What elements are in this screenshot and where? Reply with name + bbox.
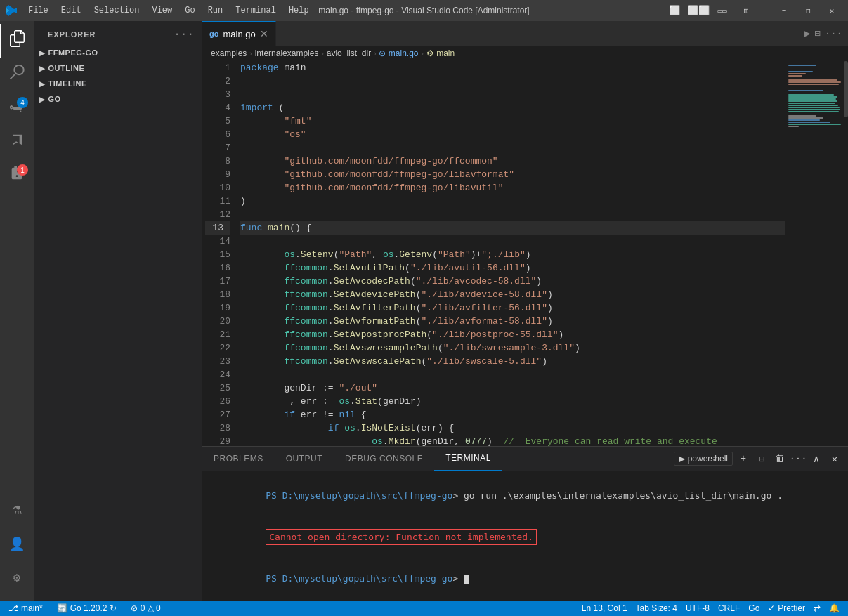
menu-selection[interactable]: Selection xyxy=(89,4,145,17)
scrollbar-thumb[interactable] xyxy=(844,61,848,117)
code-editor[interactable]: 1 2 3 4 5 6 7 8 9 10 11 12 13 14 15 16 1 xyxy=(202,61,785,446)
term-path-2: PS D:\mysetup\gopath\src\ffmpeg-go xyxy=(266,573,452,584)
prettier-label: Prettier xyxy=(778,603,805,613)
maximize-panel-button[interactable]: ▭▭ xyxy=(712,4,733,18)
restore-button[interactable]: ❐ xyxy=(797,4,818,18)
layout-options-button[interactable]: ⊞ xyxy=(736,4,757,18)
status-cursor-pos[interactable]: Ln 13, Col 1 xyxy=(579,601,630,616)
tab-size-label: Tab Size: 4 xyxy=(636,603,677,613)
activity-explorer[interactable] xyxy=(0,24,34,58)
code-line-23: ffcommon.SetAvswscalePath("./lib/swscale… xyxy=(240,355,785,368)
minimap[interactable] xyxy=(785,61,848,446)
code-line-3 xyxy=(240,88,785,101)
split-editor-icon[interactable]: ⊟ xyxy=(814,27,820,39)
test-icon: ⚗ xyxy=(12,503,21,518)
breadcrumb-mainfile[interactable]: ⊙ main.go xyxy=(379,48,418,58)
status-eol[interactable]: CRLF xyxy=(715,601,743,616)
branch-label: main* xyxy=(21,603,43,613)
status-branch[interactable]: ⎇ main* xyxy=(6,601,46,616)
code-line-6: "os" xyxy=(240,128,785,141)
code-line-18: ffcommon.SetAvdevicePath("./lib/avdevice… xyxy=(240,288,785,301)
activity-extensions[interactable]: 1 xyxy=(0,159,34,192)
ln-5: 5 xyxy=(205,114,230,128)
code-line-12 xyxy=(240,208,785,221)
ln-24: 24 xyxy=(205,368,230,381)
menu-help[interactable]: Help xyxy=(283,4,315,17)
powershell-button[interactable]: ▶ powershell xyxy=(674,452,733,466)
panel-close-button[interactable]: ✕ xyxy=(827,451,842,466)
split-terminal-button[interactable]: ⊟ xyxy=(754,451,769,466)
tab-main-go[interactable]: go main.go ✕ xyxy=(202,21,276,46)
status-language[interactable]: Go xyxy=(745,601,762,616)
status-tab-size[interactable]: Tab Size: 4 xyxy=(633,601,680,616)
more-terminal-actions[interactable]: ··· xyxy=(790,451,806,466)
run-button[interactable]: ▶ xyxy=(804,27,810,39)
ln-4: 4 xyxy=(205,101,230,114)
code-content[interactable]: package main import ( "fmt" "os" "github… xyxy=(237,61,785,446)
sidebar-section-header-outline[interactable]: ▶ OUTLINE xyxy=(34,62,202,74)
activity-bar: 4 1 ⚗ 👤 ⚙ xyxy=(0,21,34,601)
more-actions-icon[interactable]: ··· xyxy=(825,28,842,39)
activity-account[interactable]: 👤 xyxy=(0,527,34,561)
close-button[interactable]: ✕ xyxy=(821,4,842,18)
vscode-logo-icon xyxy=(6,5,17,16)
activity-test[interactable]: ⚗ xyxy=(0,494,34,527)
tab-output[interactable]: OUTPUT xyxy=(275,447,334,471)
sidebar-header: Explorer ··· xyxy=(34,21,202,45)
sidebar-section-header-go[interactable]: ▶ GO xyxy=(34,93,202,105)
menu-file[interactable]: File xyxy=(22,4,54,17)
split-editor-button[interactable]: ⬜⬜ xyxy=(688,4,709,18)
chevron-right-icon-3: ▶ xyxy=(39,80,46,88)
tab-debug-console[interactable]: DEBUG CONSOLE xyxy=(334,447,434,471)
status-sync[interactable]: 🔄 Go 1.20.2 ↻ xyxy=(54,601,119,616)
sidebar-more-button[interactable]: ··· xyxy=(174,28,194,41)
ln-2: 2 xyxy=(205,74,230,88)
minimap-scrollbar[interactable] xyxy=(844,61,848,446)
menu-view[interactable]: View xyxy=(146,4,178,17)
ln-19: 19 xyxy=(205,301,230,315)
sidebar-section-go: ▶ GO xyxy=(34,91,202,107)
status-remote[interactable]: ⇄ xyxy=(811,601,823,616)
status-prettier[interactable]: ✓ Prettier xyxy=(765,601,808,616)
activity-run[interactable] xyxy=(0,125,34,159)
sidebar-section-header-ffmpeg[interactable]: ▶ FFMPEG-GO xyxy=(34,46,202,59)
ln-18: 18 xyxy=(205,288,230,301)
window-title: main.go - ffmpeg-go - Visual Studio Code… xyxy=(318,6,529,15)
ln-1: 1 xyxy=(205,61,230,74)
trash-button[interactable]: 🗑 xyxy=(772,451,788,466)
tab-terminal[interactable]: TERMINAL xyxy=(434,447,502,471)
status-encoding[interactable]: UTF-8 xyxy=(683,601,712,616)
tab-close-button[interactable]: ✕ xyxy=(260,28,268,39)
menu-edit[interactable]: Edit xyxy=(56,4,87,17)
menu-run[interactable]: Run xyxy=(202,4,229,17)
tab-problems[interactable]: PROBLEMS xyxy=(202,447,275,471)
breadcrumb-internalexamples[interactable]: internalexamples xyxy=(255,48,319,58)
activity-settings[interactable]: ⚙ xyxy=(0,561,34,595)
menu-go[interactable]: Go xyxy=(179,4,200,17)
code-line-22: ffcommon.SetAvswresamplePath("./lib/swre… xyxy=(240,341,785,355)
minimize-button[interactable]: − xyxy=(774,4,795,18)
breadcrumb-mainfunc[interactable]: ⚙ main xyxy=(426,48,455,58)
code-line-17: ffcommon.SetAvcodecPath("./lib/avcodec-5… xyxy=(240,275,785,288)
code-line-25: genDir := "./out" xyxy=(240,381,785,395)
activity-source-control[interactable]: 4 xyxy=(0,91,34,125)
status-notifications[interactable]: 🔔 xyxy=(826,601,842,616)
status-bar: ⎇ main* 🔄 Go 1.20.2 ↻ ⊘ 0 △ 0 Ln 13, Col… xyxy=(0,601,848,616)
panel-maximize-button[interactable]: ∧ xyxy=(809,451,824,466)
status-errors[interactable]: ⊘ 0 △ 0 xyxy=(128,601,164,616)
ln-12: 12 xyxy=(205,208,230,221)
breadcrumb: examples › internalexamples › avio_list_… xyxy=(202,46,848,61)
code-line-2 xyxy=(240,74,785,88)
code-line-15: os.Setenv("Path", os.Getenv("Path")+";./… xyxy=(240,248,785,261)
terminal-content[interactable]: PS D:\mysetup\gopath\src\ffmpeg-go> go r… xyxy=(202,471,848,601)
code-line-21: ffcommon.SetAvpostprocPath("./lib/postpr… xyxy=(240,328,785,341)
ln-28: 28 xyxy=(205,421,230,435)
add-terminal-button[interactable]: + xyxy=(736,451,751,466)
activity-search[interactable] xyxy=(0,58,34,91)
layout-button[interactable]: ⬜ xyxy=(664,4,685,18)
ln-27: 27 xyxy=(205,408,230,421)
sidebar-section-header-timeline[interactable]: ▶ TIMELINE xyxy=(34,77,202,90)
breadcrumb-avio[interactable]: avio_list_dir xyxy=(327,48,371,58)
breadcrumb-examples[interactable]: examples xyxy=(211,48,247,58)
menu-terminal[interactable]: Terminal xyxy=(230,4,282,17)
